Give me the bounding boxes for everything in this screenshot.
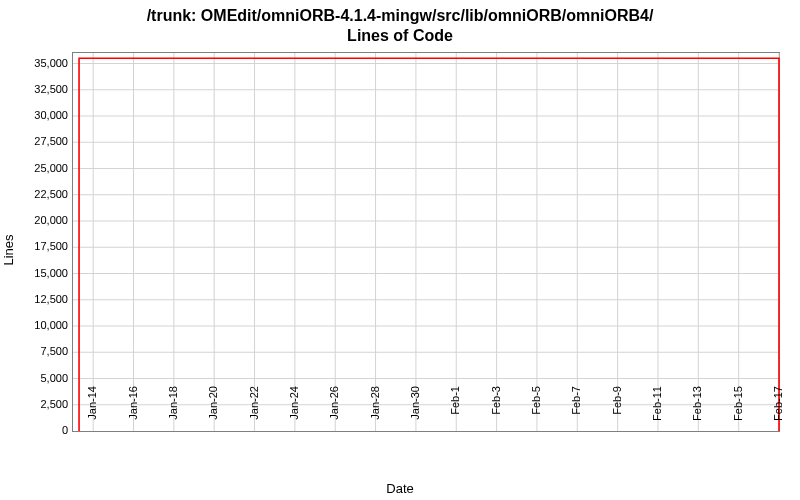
x-tick-label: 16-Jan xyxy=(127,386,139,436)
x-tick-label: 22-Jan xyxy=(248,386,260,436)
y-tick-label: 30,000 xyxy=(8,110,68,121)
x-tick-label: 13-Feb xyxy=(691,386,703,436)
x-tick-label: 18-Jan xyxy=(167,386,179,436)
y-tick-label: 32,500 xyxy=(8,83,68,94)
x-tick-label: 1-Feb xyxy=(449,386,461,436)
chart-title: /trunk: OMEdit/omniORB-4.1.4-mingw/src/l… xyxy=(0,6,800,46)
y-tick-label: 15,000 xyxy=(8,267,68,278)
y-tick-label: 22,500 xyxy=(8,188,68,199)
y-tick-label: 10,000 xyxy=(8,320,68,331)
y-tick-label: 7,500 xyxy=(8,346,68,357)
y-tick-label: 25,000 xyxy=(8,162,68,173)
x-tick-label: 11-Feb xyxy=(651,386,663,436)
x-tick-label: 9-Feb xyxy=(611,386,623,436)
x-tick-label: 26-Jan xyxy=(328,386,340,436)
y-tick-label: 0 xyxy=(8,425,68,436)
x-tick-label: 3-Feb xyxy=(490,386,502,436)
x-tick-label: 28-Jan xyxy=(369,386,381,436)
x-tick-label: 14-Jan xyxy=(86,386,98,436)
chart-container: /trunk: OMEdit/omniORB-4.1.4-mingw/src/l… xyxy=(0,0,800,500)
x-tick-label: 7-Feb xyxy=(570,386,582,436)
y-tick-label: 12,500 xyxy=(8,293,68,304)
y-tick-label: 20,000 xyxy=(8,215,68,226)
series-layer xyxy=(73,53,779,431)
x-axis-label: Date xyxy=(0,481,800,496)
y-tick-label: 17,500 xyxy=(8,241,68,252)
x-tick-label: 20-Jan xyxy=(207,386,219,436)
y-tick-label: 2,500 xyxy=(8,398,68,409)
y-tick-label: 27,500 xyxy=(8,136,68,147)
x-tick-label: 17-Feb xyxy=(772,386,784,436)
x-tick-label: 30-Jan xyxy=(409,386,421,436)
plot-area xyxy=(72,52,780,432)
x-tick-label: 15-Feb xyxy=(732,386,744,436)
x-tick-label: 5-Feb xyxy=(530,386,542,436)
y-tick-label: 5,000 xyxy=(8,372,68,383)
chart-title-line2: Lines of Code xyxy=(347,27,453,44)
series-line xyxy=(79,58,779,431)
chart-title-line1: /trunk: OMEdit/omniORB-4.1.4-mingw/src/l… xyxy=(147,7,654,24)
x-tick-label: 24-Jan xyxy=(288,386,300,436)
y-tick-label: 35,000 xyxy=(8,57,68,68)
